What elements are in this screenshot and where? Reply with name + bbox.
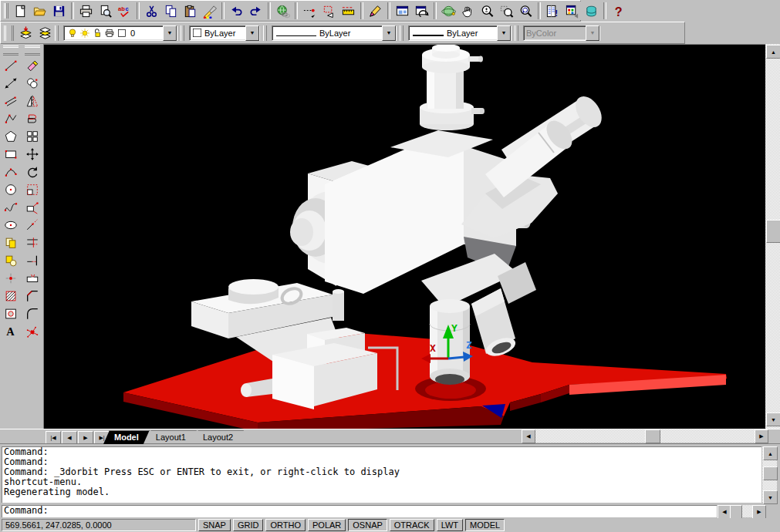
undo-button[interactable]: [227, 2, 246, 20]
arc-button[interactable]: [2, 163, 21, 180]
lineweight-combo[interactable]: ByLayer ▼: [408, 25, 512, 41]
redraw-button[interactable]: [366, 2, 385, 20]
layers-button[interactable]: [35, 24, 55, 42]
scroll-up-button[interactable]: ▲: [766, 45, 780, 59]
help-button[interactable]: ?: [609, 2, 628, 20]
rectangle-button[interactable]: [2, 145, 21, 163]
rotate-button[interactable]: [23, 163, 42, 180]
offset-button[interactable]: [23, 109, 42, 127]
open-button[interactable]: [30, 2, 49, 20]
fillet-button[interactable]: [23, 305, 42, 322]
stretch-button[interactable]: [23, 198, 42, 216]
viewport-horizontal-scrollbar[interactable]: ◀ ▶: [522, 429, 767, 443]
copy-object-button[interactable]: [23, 74, 42, 92]
cut-button[interactable]: [142, 2, 161, 20]
match-properties-button[interactable]: [200, 2, 219, 20]
ellipse-button[interactable]: [2, 216, 21, 234]
vertical-scroll-thumb[interactable]: [763, 466, 778, 480]
horizontal-scroll-thumb[interactable]: [730, 505, 742, 519]
mirror-button[interactable]: [23, 92, 42, 109]
orbit-3d-button[interactable]: [439, 2, 458, 20]
move-button[interactable]: [23, 145, 42, 163]
make-layer-current-button[interactable]: [16, 24, 35, 42]
print-button[interactable]: [76, 2, 96, 20]
multiline-text-button[interactable]: A: [2, 322, 21, 340]
insert-block-button[interactable]: [2, 234, 21, 251]
chamfer-button[interactable]: [23, 287, 42, 305]
toolbar-grip[interactable]: [4, 3, 8, 19]
copy-button[interactable]: [161, 2, 181, 20]
pan-button[interactable]: [458, 2, 478, 20]
explode-button[interactable]: [23, 322, 42, 340]
tab-model[interactable]: Model: [103, 430, 150, 444]
properties-button[interactable]: !: [543, 2, 562, 20]
save-button[interactable]: [49, 2, 69, 20]
tab-layout2[interactable]: Layout2: [192, 430, 244, 444]
color-combo-dropdown-button[interactable]: ▼: [245, 25, 259, 41]
break-button[interactable]: [23, 269, 42, 287]
hatch-button[interactable]: [2, 287, 21, 305]
scroll-right-button[interactable]: ▶: [755, 429, 768, 443]
extend-button[interactable]: [23, 251, 42, 269]
lwt-toggle[interactable]: LWT: [437, 519, 463, 531]
aerial-view-button[interactable]: [393, 2, 412, 20]
construction-line-button[interactable]: [2, 74, 21, 92]
new-button[interactable]: [11, 2, 30, 20]
zoom-realtime-button[interactable]: [478, 2, 497, 20]
zoom-previous-button[interactable]: [516, 2, 535, 20]
drawing-viewport[interactable]: Y X Z: [43, 44, 766, 429]
layer-combo[interactable]: 0 ▼: [63, 25, 177, 41]
command-input[interactable]: Command:: [2, 505, 717, 517]
viewport-vertical-scrollbar[interactable]: ▲ ▼: [765, 44, 780, 429]
snap-toggle[interactable]: SNAP: [198, 519, 231, 531]
spline-button[interactable]: [2, 198, 21, 216]
horizontal-scroll-thumb[interactable]: [645, 429, 660, 443]
make-block-button[interactable]: [2, 251, 21, 269]
array-button[interactable]: [23, 127, 42, 145]
scroll-left-button[interactable]: ◀: [522, 429, 535, 443]
color-combo[interactable]: ByLayer ▼: [189, 25, 260, 41]
command-input-scrollbar[interactable]: ◀ ▶: [718, 505, 765, 517]
scale-button[interactable]: [23, 180, 42, 198]
scroll-down-button[interactable]: ▼: [766, 412, 780, 426]
circle-button[interactable]: [2, 180, 21, 198]
polygon-button[interactable]: [2, 127, 21, 145]
snap-from-button[interactable]: [319, 2, 339, 20]
lineweight-combo-dropdown-button[interactable]: ▼: [497, 25, 511, 41]
named-views-button[interactable]: [412, 2, 431, 20]
zoom-window-button[interactable]: [497, 2, 516, 20]
toolbar-grip[interactable]: [3, 45, 19, 56]
model-toggle[interactable]: MODEL: [465, 519, 505, 531]
redo-button[interactable]: [246, 2, 265, 20]
vertical-scroll-thumb[interactable]: [766, 220, 780, 243]
linetype-combo-dropdown-button[interactable]: ▼: [382, 25, 396, 41]
polyline-button[interactable]: [2, 109, 21, 127]
grid-toggle[interactable]: GRID: [233, 519, 264, 531]
trim-button[interactable]: [23, 234, 42, 251]
scroll-up-button[interactable]: ▲: [763, 446, 778, 460]
scroll-down-button[interactable]: ▼: [763, 490, 778, 504]
osnap-toggle[interactable]: OSNAP: [348, 519, 387, 531]
erase-button[interactable]: [23, 56, 42, 74]
polar-toggle[interactable]: POLAR: [308, 519, 346, 531]
linetype-combo[interactable]: ByLayer ▼: [272, 25, 397, 41]
distance-button[interactable]: [339, 2, 358, 20]
toolbar-grip[interactable]: [25, 45, 40, 56]
paste-button[interactable]: [181, 2, 200, 20]
region-button[interactable]: [2, 305, 21, 322]
tracking-button[interactable]: [300, 2, 319, 20]
tab-layout1[interactable]: Layout1: [145, 430, 197, 444]
line-button[interactable]: [2, 56, 21, 74]
dbconnect-button[interactable]: [582, 2, 601, 20]
toolbar-grip[interactable]: [4, 25, 14, 41]
print-preview-button[interactable]: [96, 2, 115, 20]
hyperlink-button[interactable]: [273, 2, 292, 20]
spelling-button[interactable]: abc: [115, 2, 134, 20]
point-button[interactable]: [2, 269, 21, 287]
ortho-toggle[interactable]: ORTHO: [265, 519, 306, 531]
command-history-scrollbar[interactable]: ▲ ▼: [762, 446, 777, 503]
designcenter-button[interactable]: [562, 2, 582, 20]
layer-combo-dropdown-button[interactable]: ▼: [163, 25, 177, 41]
multiline-button[interactable]: [2, 92, 21, 109]
otrack-toggle[interactable]: OTRACK: [390, 519, 434, 531]
